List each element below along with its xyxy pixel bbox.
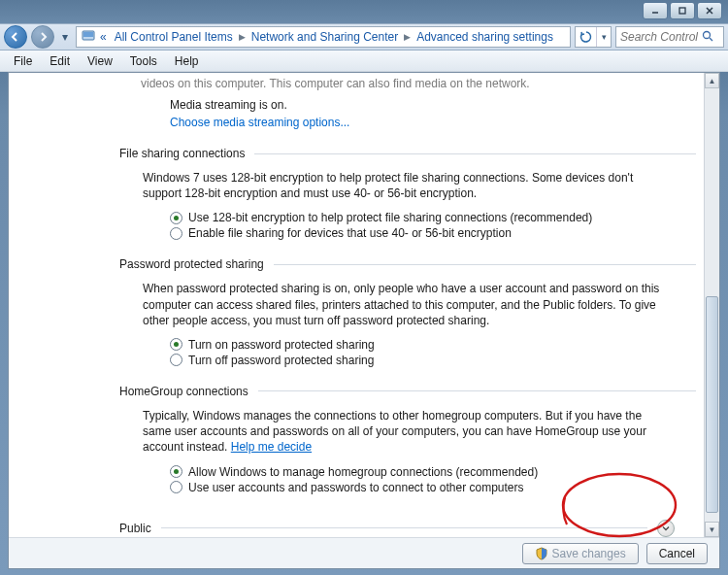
breadcrumb[interactable]: « All Control Panel Items ▶ Network and … [76,26,571,48]
cancel-label: Cancel [659,547,695,560]
svg-rect-1 [679,8,685,14]
radio-password-on[interactable] [170,338,182,351]
menu-bar: File Edit View Tools Help [0,51,728,72]
divider [161,527,647,528]
minimize-button[interactable] [643,2,668,19]
breadcrumb-item[interactable]: All Control Panel Items [111,30,237,44]
cancel-button[interactable]: Cancel [646,543,708,564]
scroll-thumb[interactable] [706,296,718,513]
homegroup-desc: Typically, Windows manages the connectio… [143,408,671,456]
radio-homegroup-manual-label: Use user accounts and passwords to conne… [188,481,524,494]
radio-password-on-label: Turn on password protected sharing [188,338,375,352]
profile-public-label: Public [119,522,151,535]
client-area: videos on this computer. This computer c… [8,72,720,569]
svg-line-7 [710,38,712,41]
search-field[interactable] [620,30,698,44]
breadcrumb-item[interactable]: Advanced sharing settings [413,30,557,44]
radio-homegroup-auto[interactable] [170,465,182,478]
title-bar [0,0,728,23]
divider [274,264,696,265]
section-title-file-sharing: File sharing connections [119,147,245,160]
save-changes-button[interactable]: Save changes [522,543,639,564]
chevron-right-icon: ▶ [239,32,246,42]
back-button[interactable] [4,25,27,49]
breadcrumb-item[interactable]: Network and Sharing Center [248,30,402,44]
radio-40-56bit[interactable] [170,227,182,240]
refresh-button[interactable] [576,27,597,47]
control-panel-icon [81,28,96,47]
shield-icon [535,547,548,560]
media-desc-cut: videos on this computer. This computer c… [141,77,696,90]
file-sharing-desc: Windows 7 uses 128-bit encryption to hel… [143,170,671,201]
footer: Save changes Cancel [9,537,719,568]
search-icon [702,30,713,45]
chevron-down-icon [661,524,671,533]
media-options-link[interactable]: Choose media streaming options... [170,116,696,129]
radio-password-off-label: Turn off password protected sharing [188,354,374,367]
help-me-decide-link[interactable]: Help me decide [231,440,312,454]
scroll-down-button[interactable]: ▼ [705,522,719,537]
menu-edit[interactable]: Edit [42,52,78,70]
refresh-dropdown[interactable]: ▾ [597,32,611,42]
forward-button[interactable] [31,25,54,49]
password-desc: When password protected sharing is on, o… [143,281,671,328]
scroll-track[interactable] [705,88,719,522]
expand-public-button[interactable] [657,520,675,537]
svg-point-6 [704,31,711,38]
radio-homegroup-manual[interactable] [170,481,182,493]
close-button[interactable] [697,2,722,19]
menu-view[interactable]: View [80,52,120,70]
search-input[interactable] [615,26,724,48]
vertical-scrollbar[interactable]: ▲ ▼ [704,73,719,537]
menu-tools[interactable]: Tools [122,52,165,70]
svg-rect-5 [83,32,93,37]
section-title-homegroup: HomeGroup connections [119,385,248,398]
radio-40-56bit-label: Enable file sharing for devices that use… [188,226,512,240]
nav-bar: ▾ « All Control Panel Items ▶ Network an… [0,23,728,51]
maximize-button[interactable] [670,2,695,19]
section-title-password: Password protected sharing [119,257,264,271]
menu-file[interactable]: File [6,52,40,70]
homegroup-desc-text: Typically, Windows manages the connectio… [143,409,646,454]
radio-password-off[interactable] [170,354,182,366]
breadcrumb-back-icon[interactable]: « [98,30,109,44]
radio-homegroup-auto-label: Allow Windows to manage homegroup connec… [188,465,538,479]
radio-128bit-label: Use 128-bit encryption to help protect f… [188,211,592,224]
chevron-right-icon: ▶ [404,32,411,42]
history-dropdown[interactable]: ▾ [58,25,72,49]
menu-help[interactable]: Help [167,52,207,70]
divider [254,153,696,154]
media-status: Media streaming is on. [170,98,696,112]
divider [258,390,696,391]
radio-128bit[interactable] [170,212,182,224]
settings-content: videos on this computer. This computer c… [9,73,704,537]
scroll-up-button[interactable]: ▲ [705,73,719,88]
save-changes-label: Save changes [552,547,626,560]
